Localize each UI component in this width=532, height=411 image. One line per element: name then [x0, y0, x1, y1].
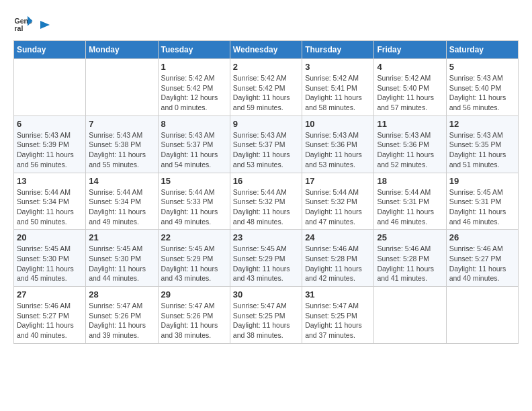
day-cell: 15Sunrise: 5:44 AM Sunset: 5:33 PM Dayli… — [158, 173, 230, 230]
calendar-table: SundayMondayTuesdayWednesdayThursdayFrid… — [13, 40, 519, 344]
day-number: 15 — [161, 176, 227, 186]
svg-text:ral: ral — [15, 24, 24, 32]
day-detail: Sunrise: 5:47 AM Sunset: 5:25 PM Dayligh… — [305, 301, 371, 340]
day-detail: Sunrise: 5:42 AM Sunset: 5:42 PM Dayligh… — [233, 73, 299, 113]
day-cell: 24Sunrise: 5:46 AM Sunset: 5:28 PM Dayli… — [302, 230, 374, 287]
week-row-1: 1Sunrise: 5:42 AM Sunset: 5:42 PM Daylig… — [14, 59, 519, 116]
day-number: 6 — [17, 119, 83, 129]
day-number: 17 — [305, 176, 371, 186]
day-cell: 28Sunrise: 5:47 AM Sunset: 5:26 PM Dayli… — [86, 287, 158, 344]
day-detail: Sunrise: 5:43 AM Sunset: 5:37 PM Dayligh… — [233, 130, 299, 170]
day-number: 5 — [449, 62, 515, 72]
day-number: 21 — [89, 232, 154, 242]
day-cell: 11Sunrise: 5:43 AM Sunset: 5:36 PM Dayli… — [374, 116, 446, 173]
day-cell — [446, 287, 518, 344]
column-header-tuesday: Tuesday — [158, 41, 230, 59]
day-cell: 17Sunrise: 5:44 AM Sunset: 5:32 PM Dayli… — [302, 173, 374, 230]
day-cell: 8Sunrise: 5:43 AM Sunset: 5:37 PM Daylig… — [158, 116, 230, 173]
column-header-monday: Monday — [86, 41, 158, 59]
week-row-3: 13Sunrise: 5:44 AM Sunset: 5:34 PM Dayli… — [14, 173, 519, 230]
day-cell: 3Sunrise: 5:42 AM Sunset: 5:41 PM Daylig… — [302, 59, 374, 116]
day-cell: 5Sunrise: 5:43 AM Sunset: 5:40 PM Daylig… — [446, 59, 518, 116]
day-cell: 9Sunrise: 5:43 AM Sunset: 5:37 PM Daylig… — [230, 116, 302, 173]
day-cell: 31Sunrise: 5:47 AM Sunset: 5:25 PM Dayli… — [302, 287, 374, 344]
week-row-4: 20Sunrise: 5:45 AM Sunset: 5:30 PM Dayli… — [14, 230, 519, 287]
logo: Gene ral — [13, 13, 51, 34]
day-number: 16 — [233, 176, 299, 186]
day-cell — [86, 59, 158, 116]
day-detail: Sunrise: 5:46 AM Sunset: 5:28 PM Dayligh… — [305, 244, 371, 283]
day-detail: Sunrise: 5:43 AM Sunset: 5:36 PM Dayligh… — [305, 130, 371, 170]
day-number: 11 — [377, 119, 443, 129]
day-detail: Sunrise: 5:45 AM Sunset: 5:31 PM Dayligh… — [449, 187, 515, 227]
column-header-saturday: Saturday — [446, 41, 518, 59]
day-number: 2 — [233, 62, 299, 72]
day-detail: Sunrise: 5:43 AM Sunset: 5:36 PM Dayligh… — [377, 130, 443, 170]
day-detail: Sunrise: 5:47 AM Sunset: 5:26 PM Dayligh… — [161, 301, 227, 340]
day-cell: 21Sunrise: 5:45 AM Sunset: 5:30 PM Dayli… — [86, 230, 158, 287]
day-number: 30 — [233, 289, 299, 300]
day-detail: Sunrise: 5:44 AM Sunset: 5:32 PM Dayligh… — [305, 187, 371, 227]
day-cell: 20Sunrise: 5:45 AM Sunset: 5:30 PM Dayli… — [14, 230, 86, 287]
day-detail: Sunrise: 5:45 AM Sunset: 5:30 PM Dayligh… — [17, 244, 83, 283]
column-header-wednesday: Wednesday — [230, 41, 302, 59]
day-number: 9 — [233, 119, 299, 129]
day-cell: 26Sunrise: 5:46 AM Sunset: 5:27 PM Dayli… — [446, 230, 518, 287]
day-detail: Sunrise: 5:42 AM Sunset: 5:42 PM Dayligh… — [161, 73, 227, 113]
day-detail: Sunrise: 5:44 AM Sunset: 5:33 PM Dayligh… — [161, 187, 227, 227]
day-cell: 30Sunrise: 5:47 AM Sunset: 5:25 PM Dayli… — [230, 287, 302, 344]
day-number: 12 — [449, 119, 515, 129]
day-number: 24 — [305, 232, 371, 242]
day-number: 20 — [17, 232, 83, 242]
day-detail: Sunrise: 5:43 AM Sunset: 5:35 PM Dayligh… — [449, 130, 515, 170]
day-cell: 6Sunrise: 5:43 AM Sunset: 5:39 PM Daylig… — [14, 116, 86, 173]
day-number: 3 — [305, 62, 371, 72]
day-cell: 25Sunrise: 5:46 AM Sunset: 5:28 PM Dayli… — [374, 230, 446, 287]
day-cell: 10Sunrise: 5:43 AM Sunset: 5:36 PM Dayli… — [302, 116, 374, 173]
day-number: 23 — [233, 232, 299, 242]
day-detail: Sunrise: 5:47 AM Sunset: 5:26 PM Dayligh… — [89, 301, 154, 340]
day-cell — [14, 59, 86, 116]
day-number: 19 — [449, 176, 515, 186]
day-detail: Sunrise: 5:45 AM Sunset: 5:29 PM Dayligh… — [233, 244, 299, 283]
week-row-2: 6Sunrise: 5:43 AM Sunset: 5:39 PM Daylig… — [14, 116, 519, 173]
day-number: 13 — [17, 176, 83, 186]
calendar-header: SundayMondayTuesdayWednesdayThursdayFrid… — [14, 41, 519, 59]
day-detail: Sunrise: 5:46 AM Sunset: 5:27 PM Dayligh… — [449, 244, 515, 283]
day-cell: 1Sunrise: 5:42 AM Sunset: 5:42 PM Daylig… — [158, 59, 230, 116]
logo-arrow-icon — [38, 18, 51, 32]
day-detail: Sunrise: 5:42 AM Sunset: 5:41 PM Dayligh… — [305, 73, 371, 113]
day-detail: Sunrise: 5:44 AM Sunset: 5:34 PM Dayligh… — [17, 187, 83, 227]
day-cell: 14Sunrise: 5:44 AM Sunset: 5:34 PM Dayli… — [86, 173, 158, 230]
day-number: 26 — [449, 232, 515, 242]
day-detail: Sunrise: 5:45 AM Sunset: 5:30 PM Dayligh… — [89, 244, 154, 283]
svg-marker-3 — [40, 21, 50, 29]
page-header: Gene ral — [13, 13, 519, 34]
day-number: 4 — [377, 62, 443, 72]
day-detail: Sunrise: 5:43 AM Sunset: 5:40 PM Dayligh… — [449, 73, 515, 113]
day-detail: Sunrise: 5:44 AM Sunset: 5:34 PM Dayligh… — [89, 187, 154, 227]
day-number: 14 — [89, 176, 154, 186]
day-detail: Sunrise: 5:42 AM Sunset: 5:40 PM Dayligh… — [377, 73, 443, 113]
day-number: 31 — [305, 289, 371, 300]
day-cell: 12Sunrise: 5:43 AM Sunset: 5:35 PM Dayli… — [446, 116, 518, 173]
column-header-friday: Friday — [374, 41, 446, 59]
day-detail: Sunrise: 5:43 AM Sunset: 5:39 PM Dayligh… — [17, 130, 83, 170]
day-number: 25 — [377, 232, 443, 242]
day-number: 7 — [89, 119, 154, 129]
day-number: 29 — [161, 289, 227, 300]
logo-icon: Gene ral — [13, 13, 34, 34]
day-detail: Sunrise: 5:44 AM Sunset: 5:32 PM Dayligh… — [233, 187, 299, 227]
day-cell: 18Sunrise: 5:44 AM Sunset: 5:31 PM Dayli… — [374, 173, 446, 230]
day-detail: Sunrise: 5:44 AM Sunset: 5:31 PM Dayligh… — [377, 187, 443, 227]
day-cell: 19Sunrise: 5:45 AM Sunset: 5:31 PM Dayli… — [446, 173, 518, 230]
column-header-sunday: Sunday — [14, 41, 86, 59]
day-cell: 13Sunrise: 5:44 AM Sunset: 5:34 PM Dayli… — [14, 173, 86, 230]
day-cell: 22Sunrise: 5:45 AM Sunset: 5:29 PM Dayli… — [158, 230, 230, 287]
day-cell: 27Sunrise: 5:46 AM Sunset: 5:27 PM Dayli… — [14, 287, 86, 344]
day-cell: 4Sunrise: 5:42 AM Sunset: 5:40 PM Daylig… — [374, 59, 446, 116]
day-number: 27 — [17, 289, 83, 300]
day-detail: Sunrise: 5:43 AM Sunset: 5:38 PM Dayligh… — [89, 130, 154, 170]
day-detail: Sunrise: 5:46 AM Sunset: 5:27 PM Dayligh… — [17, 301, 83, 340]
day-detail: Sunrise: 5:46 AM Sunset: 5:28 PM Dayligh… — [377, 244, 443, 283]
